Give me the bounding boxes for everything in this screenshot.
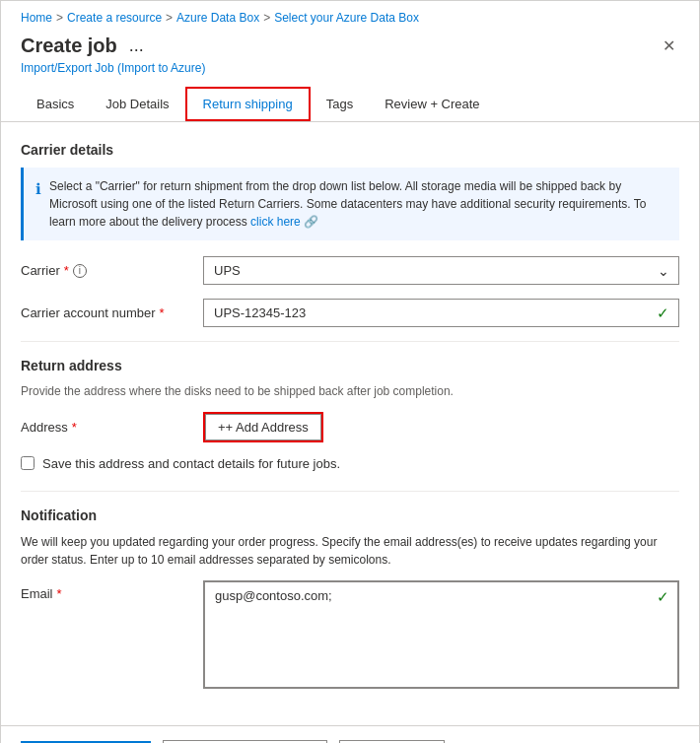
return-address-title: Return address (21, 358, 679, 373)
email-valid-icon: ✓ (657, 588, 669, 606)
email-textarea-wrapper: ✓ (203, 580, 679, 692)
header-row: Create job ... ✕ (1, 29, 699, 61)
divider-2 (21, 491, 679, 492)
account-input[interactable] (203, 299, 679, 327)
account-field: ✓ (203, 299, 679, 327)
address-required: * (72, 420, 77, 435)
breadcrumb: Home > Create a resource > Azure Data Bo… (1, 1, 699, 29)
carrier-field: UPS FedEx DHL (203, 256, 679, 285)
save-address-checkbox[interactable] (21, 456, 35, 470)
tab-review-create[interactable]: Review + Create (369, 87, 495, 121)
email-textarea[interactable] (203, 580, 679, 689)
click-here-link[interactable]: click here (250, 215, 301, 229)
account-label: Carrier account number * (21, 305, 193, 320)
add-address-plus-icon: + (218, 420, 226, 435)
notification-description: We will keep you updated regarding your … (21, 533, 679, 569)
carrier-info-icon[interactable]: i (73, 264, 87, 278)
email-row: Email * ✓ (21, 580, 679, 692)
carrier-label: Carrier * i (21, 263, 193, 278)
breadcrumb-azure-data-box[interactable]: Azure Data Box (176, 11, 259, 25)
breadcrumb-create-resource[interactable]: Create a resource (67, 11, 162, 25)
add-address-button[interactable]: + + Add Address (205, 414, 321, 440)
tab-return-shipping[interactable]: Return shipping (185, 87, 311, 121)
address-field: + + Add Address (203, 412, 679, 442)
tabs-container: Basics Job Details Return shipping Tags … (1, 87, 699, 122)
email-required: * (57, 586, 62, 601)
account-valid-icon: ✓ (657, 304, 669, 322)
notification-title: Notification (21, 507, 679, 523)
save-address-row: Save this address and contact details fo… (21, 456, 679, 471)
carrier-row: Carrier * i UPS FedEx DHL (21, 256, 679, 285)
main-content: Carrier details ℹ Select a "Carrier" for… (1, 122, 699, 725)
carrier-select[interactable]: UPS FedEx DHL (203, 256, 679, 285)
tab-basics[interactable]: Basics (21, 87, 90, 121)
tab-job-details[interactable]: Job Details (90, 87, 184, 121)
address-label: Address * (21, 420, 193, 435)
address-row: Address * + + Add Address (21, 412, 679, 442)
modal-container: Home > Create a resource > Azure Data Bo… (0, 0, 700, 743)
add-address-btn-wrapper: + + Add Address (203, 412, 323, 442)
close-button[interactable]: ✕ (659, 33, 679, 59)
tab-tags[interactable]: Tags (311, 87, 369, 121)
breadcrumb-home[interactable]: Home (21, 11, 52, 25)
info-text: Select a "Carrier" for return shipment f… (49, 177, 667, 231)
account-required: * (160, 305, 165, 320)
return-address-description: Provide the address where the disks need… (21, 383, 679, 400)
carrier-required: * (64, 263, 69, 278)
save-address-label[interactable]: Save this address and contact details fo… (42, 456, 340, 471)
email-label: Email * (21, 580, 193, 601)
header-title-group: Create job ... (21, 34, 148, 58)
account-number-row: Carrier account number * ✓ (21, 299, 679, 327)
info-box: ℹ Select a "Carrier" for return shipment… (21, 168, 679, 240)
breadcrumb-select-data-box[interactable]: Select your Azure Data Box (274, 11, 419, 25)
footer: Review + Create < Previous: Job Details … (1, 725, 699, 743)
page-title: Create job (21, 34, 117, 57)
info-icon: ℹ (35, 178, 41, 201)
page-subtitle[interactable]: Import/Export Job (Import to Azure) (1, 61, 699, 87)
ellipsis-button[interactable]: ... (125, 34, 148, 58)
divider-1 (21, 341, 679, 342)
carrier-details-title: Carrier details (21, 142, 679, 158)
